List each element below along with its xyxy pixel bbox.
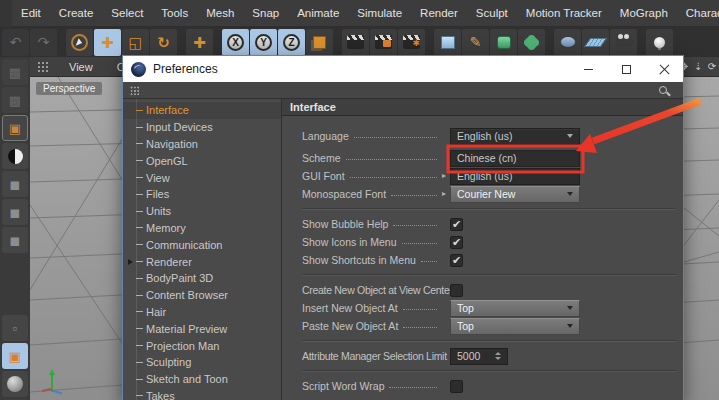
viewport-label[interactable]: Perspective [36,82,102,95]
insert-new-object-dropdown[interactable]: Top [450,300,580,317]
row-show-bubble-help: Show Bubble Help [302,215,683,233]
sidebar-item-projection-man[interactable]: Projection Man [123,337,281,354]
create-new-object-checkbox[interactable] [450,284,463,297]
close-button[interactable] [645,56,683,82]
menu-item-select[interactable]: Select [102,0,152,27]
menu-item-tools[interactable]: Tools [152,0,197,27]
menu-item-snap[interactable]: Snap [243,0,288,27]
menu-item-mograph[interactable]: MoGraph [611,0,677,27]
gui-font-field[interactable]: English (us) [450,168,580,185]
menu-item-motion-tracker[interactable]: Motion Tracker [517,0,611,27]
lock-y-axis-button[interactable]: Y [250,29,277,56]
zoom-view-icon[interactable]: ⇣ [691,57,705,77]
deformer-button[interactable] [518,29,545,56]
panel-grip-icon[interactable] [130,85,139,94]
sidebar-item-material-preview[interactable]: Material Preview [123,320,281,337]
coordinate-system-button[interactable] [306,29,333,56]
preferences-dialog: Preferences InterfaceInput DevicesNaviga… [122,55,684,400]
sidebar-item-label: Sketch and Toon [146,373,228,385]
edges-mode-button[interactable]: ◼ [2,199,28,225]
sidebar-item-interface[interactable]: Interface [123,102,281,119]
field-label: Show Icons in Menu [302,236,397,248]
last-used-tool-button[interactable]: ✚ [186,29,213,56]
show-icons-in-menu-checkbox[interactable] [450,236,463,249]
redo-button[interactable]: ↷ [30,29,57,56]
scheme-dropdown[interactable]: Chinese (cn) [450,150,580,167]
add-cube-button[interactable] [434,29,461,56]
paste-new-object-dropdown[interactable]: Top [450,318,580,335]
sidebar-item-content-browser[interactable]: Content Browser [123,287,281,304]
subdivision-surface-button[interactable] [490,29,517,56]
scale-button[interactable]: ◱ [122,29,149,56]
menu-item-mesh[interactable]: Mesh [197,0,243,27]
panel-grip-icon[interactable] [37,61,48,72]
sidebar-item-input-devices[interactable]: Input Devices [123,119,281,136]
sidebar-item-files[interactable]: Files [123,186,281,203]
snap-settings-button[interactable]: ▫ [2,315,28,341]
show-bubble-help-checkbox[interactable] [450,218,463,231]
enable-axis-button[interactable]: ▣ [2,343,28,369]
undo-button[interactable]: ↶ [2,29,29,56]
light-button[interactable] [646,29,673,56]
move-button[interactable]: ✚ [94,29,121,56]
menu-item-render[interactable]: Render [411,0,467,27]
attribute-limit-spinner[interactable]: 5000 [450,348,508,365]
monospaced-font-dropdown[interactable]: Courier New [450,186,580,203]
lock-x-axis-button[interactable]: X [222,29,249,56]
sidebar-item-takes[interactable]: Takes [123,388,281,400]
sidebar-item-opengl[interactable]: OpenGL [123,152,281,169]
sidebar-item-hair[interactable]: Hair [123,304,281,321]
sidebar-item-view[interactable]: View [123,169,281,186]
tree-dash-icon [136,211,143,212]
render-to-picture-viewer-button[interactable] [370,29,397,56]
script-word-wrap-checkbox[interactable] [450,380,463,393]
maximize-icon [622,65,631,74]
rotate-view-icon[interactable]: ⟳ [705,57,719,77]
dialog-titlebar[interactable]: Preferences [123,56,683,82]
menu-item-sculpt[interactable]: Sculpt [467,0,517,27]
polygons-mode-button[interactable]: ◼ [2,227,28,253]
live-selection-button[interactable] [66,29,93,56]
lock-z-axis-button[interactable]: Z [278,29,305,56]
cinema4d-app: EditCreateSelectToolsMeshSnapAnimateSimu… [0,0,719,400]
row-gui-font: GUI Font ▸ English (us) [302,167,683,185]
sidebar-item-communication[interactable]: Communication [123,236,281,253]
menu-item-animate[interactable]: Animate [288,0,348,27]
sidebar-item-navigation[interactable]: Navigation [123,136,281,153]
sidebar-item-memory[interactable]: Memory [123,220,281,237]
model-mode-button[interactable]: ▩ [2,87,28,113]
sidebar-item-renderer[interactable]: Renderer [123,253,281,270]
menu-item-edit[interactable]: Edit [12,0,50,27]
make-editable-button[interactable]: ▩ [2,59,28,85]
menu-item-character[interactable]: Character [677,0,719,27]
pen-spline-button[interactable] [462,29,489,56]
search-icon[interactable] [659,86,667,94]
camera-button[interactable] [610,29,637,56]
menu-item-simulate[interactable]: Simulate [348,0,411,27]
model-mode-icon: ▩ [9,93,21,108]
workplane-mode-button[interactable] [2,143,28,169]
sidebar-item-label: Input Devices [146,121,213,133]
sidebar-item-sketch-and-toon[interactable]: Sketch and Toon [123,371,281,388]
sidebar-item-label: Projection Man [146,340,219,352]
menu-item-create[interactable]: Create [50,0,103,27]
sidebar-item-units[interactable]: Units [123,203,281,220]
rotate-button[interactable]: ↻ [150,29,177,56]
show-shortcuts-in-menu-checkbox[interactable] [450,254,463,267]
minimize-button[interactable] [569,56,607,82]
texture-mode-button[interactable]: ▣ [2,115,28,141]
sidebar-item-sculpting[interactable]: Sculpting [123,354,281,371]
floor-button[interactable] [582,29,609,56]
points-mode-button[interactable]: ◼ [2,171,28,197]
tree-dash-icon [136,395,143,396]
viewport-menu-view[interactable]: View [57,57,105,77]
viewport-solo-button[interactable] [2,371,28,397]
coordinate-system-icon [313,36,326,49]
render-view-button[interactable] [342,29,369,56]
sidebar-item-bodypaint-3d[interactable]: BodyPaint 3D [123,270,281,287]
spinner-arrows-icon[interactable] [495,352,501,360]
environment-button[interactable] [554,29,581,56]
language-dropdown[interactable]: English (us) [450,128,580,145]
edit-render-settings-button[interactable] [398,29,425,56]
maximize-button[interactable] [607,56,645,82]
